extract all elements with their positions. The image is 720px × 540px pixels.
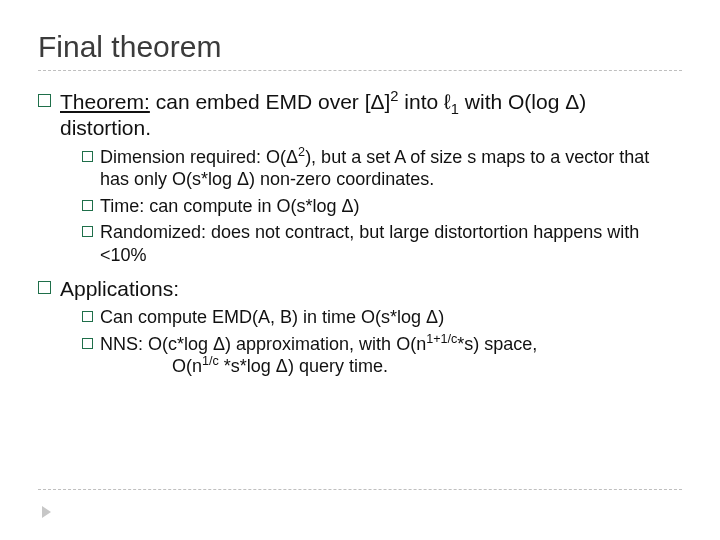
- time-label: Time:: [100, 196, 144, 216]
- nns-line2a: O(n: [172, 356, 202, 376]
- nns-text2: *s) space,: [457, 334, 537, 354]
- bullet-list: Theorem: can embed EMD over [Δ]2 into ℓ1…: [38, 89, 682, 378]
- nns-line2: O(n1/c *s*log Δ) query time.: [100, 355, 682, 378]
- can-bullet: Can compute EMD(A, B) in time O(s*log Δ): [60, 306, 682, 329]
- theorem-sublist: Dimension required: O(Δ2), but a set A o…: [60, 146, 682, 267]
- theorem-text2: into ℓ: [399, 90, 451, 113]
- footer-rule: [38, 489, 682, 490]
- theorem-bullet: Theorem: can embed EMD over [Δ]2 into ℓ1…: [38, 89, 682, 266]
- can-label: Can: [100, 307, 133, 327]
- dimension-bullet: Dimension required: O(Δ2), but a set A o…: [60, 146, 682, 191]
- applications-label: Applications:: [60, 277, 179, 300]
- nns-bullet: NNS: O(c*log Δ) approximation, with O(n1…: [60, 333, 682, 378]
- nns-label: NNS:: [100, 334, 143, 354]
- theorem-label: Theorem:: [60, 90, 150, 113]
- applications-bullet: Applications: Can compute EMD(A, B) in t…: [38, 276, 682, 378]
- dimension-label: Dimension required:: [100, 147, 261, 167]
- slide-title: Final theorem: [38, 30, 682, 64]
- applications-sublist: Can compute EMD(A, B) in time O(s*log Δ)…: [60, 306, 682, 378]
- nns-sup1: 1+1/c: [426, 332, 457, 346]
- time-bullet: Time: can compute in O(s*log Δ): [60, 195, 682, 218]
- nns-line2b: *s*log Δ) query time.: [219, 356, 388, 376]
- dimension-text1: O(Δ: [261, 147, 298, 167]
- theorem-sub: 1: [451, 101, 459, 117]
- slide: Final theorem Theorem: can embed EMD ove…: [0, 0, 720, 540]
- play-icon: [42, 506, 51, 518]
- can-text: compute EMD(A, B) in time O(s*log Δ): [133, 307, 444, 327]
- time-text: can compute in O(s*log Δ): [144, 196, 359, 216]
- theorem-sup: 2: [390, 88, 398, 104]
- randomized-bullet: Randomized: does not contract, but large…: [60, 221, 682, 266]
- nns-text1: O(c*log Δ) approximation, with O(n: [143, 334, 426, 354]
- randomized-label: Randomized:: [100, 222, 206, 242]
- nns-sup2: 1/c: [202, 354, 219, 368]
- theorem-text1: can embed EMD over [Δ]: [150, 90, 390, 113]
- title-rule: [38, 70, 682, 71]
